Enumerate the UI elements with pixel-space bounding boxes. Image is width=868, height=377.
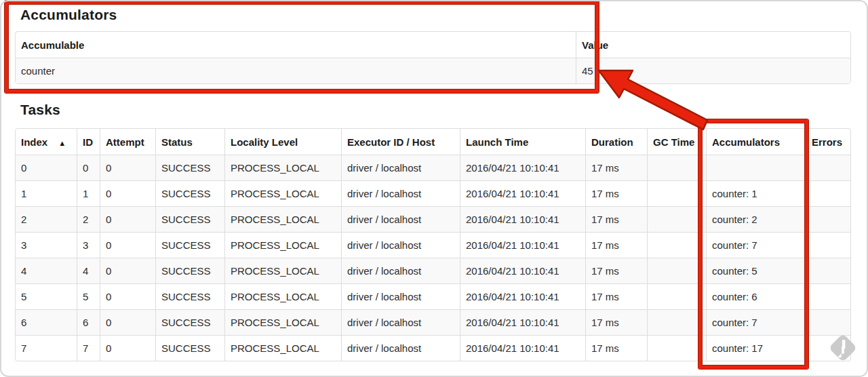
task-cell-errors <box>806 206 850 232</box>
column-header-accumulators[interactable]: Accumulators <box>706 129 806 155</box>
column-header-locality-level[interactable]: Locality Level <box>224 129 341 155</box>
task-cell-executor-id-host: driver / localhost <box>341 206 460 232</box>
task-cell-attempt: 0 <box>100 155 155 180</box>
accumulator-row: counter 45 <box>16 58 850 83</box>
task-cell-locality-level: PROCESS_LOCAL <box>224 335 341 361</box>
task-cell-status: SUCCESS <box>155 309 224 335</box>
task-cell-attempt: 0 <box>100 206 155 232</box>
task-cell-id: 7 <box>77 335 100 361</box>
task-cell-status: SUCCESS <box>155 155 224 180</box>
task-cell-executor-id-host: driver / localhost <box>341 232 460 258</box>
task-cell-errors <box>806 180 850 206</box>
sort-ascending-icon: ▲ <box>58 139 66 147</box>
task-cell-executor-id-host: driver / localhost <box>341 258 460 283</box>
task-cell-executor-id-host: driver / localhost <box>341 309 460 335</box>
task-cell-gc-time <box>647 309 706 335</box>
task-cell-attempt: 0 <box>100 309 155 335</box>
task-cell-accumulators: counter: 7 <box>706 309 806 335</box>
task-cell-accumulators: counter: 5 <box>706 258 806 283</box>
task-cell-launch-time: 2016/04/21 10:10:41 <box>460 232 585 258</box>
column-header-id[interactable]: ID <box>77 129 100 155</box>
task-cell-id: 5 <box>77 283 100 309</box>
task-cell-index: 2 <box>16 206 77 232</box>
accumulators-header-row: Accumulable Value <box>16 32 850 58</box>
task-cell-id: 3 <box>77 232 100 258</box>
task-cell-errors <box>806 258 850 283</box>
task-row: 440SUCCESSPROCESS_LOCALdriver / localhos… <box>16 258 850 283</box>
accumulators-table: Accumulable Value counter 45 <box>15 31 851 84</box>
task-cell-index: 7 <box>16 335 77 361</box>
task-cell-duration: 17 ms <box>585 206 647 232</box>
column-header-index[interactable]: Index▲ <box>16 129 77 155</box>
tasks-section-title: Tasks <box>20 102 60 118</box>
column-header-executor-id-host[interactable]: Executor ID / Host <box>341 129 460 155</box>
skitch-watermark-icon <box>826 331 860 365</box>
task-cell-launch-time: 2016/04/21 10:10:41 <box>460 206 585 232</box>
task-cell-launch-time: 2016/04/21 10:10:41 <box>460 155 585 180</box>
spark-stage-page: Accumulators Accumulable Value counter 4… <box>0 0 868 377</box>
column-header-accumulable: Accumulable <box>16 32 576 58</box>
column-header-errors[interactable]: Errors <box>806 129 850 155</box>
task-cell-status: SUCCESS <box>155 335 224 361</box>
task-cell-duration: 17 ms <box>585 258 647 283</box>
column-header-value: Value <box>576 32 850 58</box>
task-cell-index: 1 <box>16 180 77 206</box>
task-cell-duration: 17 ms <box>585 335 647 361</box>
task-cell-duration: 17 ms <box>585 155 647 180</box>
task-cell-locality-level: PROCESS_LOCAL <box>224 180 341 206</box>
task-cell-locality-level: PROCESS_LOCAL <box>224 232 341 258</box>
task-cell-status: SUCCESS <box>155 232 224 258</box>
task-row: 110SUCCESSPROCESS_LOCALdriver / localhos… <box>16 180 850 206</box>
task-cell-locality-level: PROCESS_LOCAL <box>224 283 341 309</box>
task-cell-launch-time: 2016/04/21 10:10:41 <box>460 283 585 309</box>
task-cell-gc-time <box>647 258 706 283</box>
tasks-table-body: 000SUCCESSPROCESS_LOCALdriver / localhos… <box>16 155 850 361</box>
task-cell-attempt: 0 <box>100 335 155 361</box>
task-cell-status: SUCCESS <box>155 283 224 309</box>
task-cell-launch-time: 2016/04/21 10:10:41 <box>460 180 585 206</box>
task-row: 220SUCCESSPROCESS_LOCALdriver / localhos… <box>16 206 850 232</box>
task-cell-index: 4 <box>16 258 77 283</box>
task-cell-status: SUCCESS <box>155 258 224 283</box>
task-cell-attempt: 0 <box>100 232 155 258</box>
task-cell-id: 0 <box>77 155 100 180</box>
task-row: 330SUCCESSPROCESS_LOCALdriver / localhos… <box>16 232 850 258</box>
task-cell-id: 2 <box>77 206 100 232</box>
task-cell-errors <box>806 283 850 309</box>
task-cell-id: 6 <box>77 309 100 335</box>
task-cell-errors <box>806 232 850 258</box>
task-cell-index: 6 <box>16 309 77 335</box>
column-header-launch-time[interactable]: Launch Time <box>460 129 585 155</box>
task-cell-launch-time: 2016/04/21 10:10:41 <box>460 258 585 283</box>
task-cell-duration: 17 ms <box>585 232 647 258</box>
accumulators-section-title: Accumulators <box>20 7 117 23</box>
task-cell-id: 4 <box>77 258 100 283</box>
task-cell-accumulators <box>706 155 806 180</box>
task-cell-errors <box>806 155 850 180</box>
task-cell-attempt: 0 <box>100 258 155 283</box>
task-cell-id: 1 <box>77 180 100 206</box>
column-header-attempt[interactable]: Attempt <box>100 129 155 155</box>
task-cell-accumulators: counter: 2 <box>706 206 806 232</box>
task-cell-gc-time <box>647 283 706 309</box>
task-cell-locality-level: PROCESS_LOCAL <box>224 206 341 232</box>
task-cell-gc-time <box>647 206 706 232</box>
task-cell-gc-time <box>647 155 706 180</box>
task-cell-status: SUCCESS <box>155 180 224 206</box>
task-cell-duration: 17 ms <box>585 309 647 335</box>
accumulable-name-cell: counter <box>16 58 576 83</box>
task-cell-executor-id-host: driver / localhost <box>341 155 460 180</box>
column-header-gc-time[interactable]: GC Time <box>647 129 706 155</box>
task-row: 550SUCCESSPROCESS_LOCALdriver / localhos… <box>16 283 850 309</box>
task-cell-index: 3 <box>16 232 77 258</box>
task-row: 000SUCCESSPROCESS_LOCALdriver / localhos… <box>16 155 850 180</box>
column-header-duration[interactable]: Duration <box>585 129 647 155</box>
task-cell-locality-level: PROCESS_LOCAL <box>224 258 341 283</box>
task-cell-locality-level: PROCESS_LOCAL <box>224 309 341 335</box>
task-cell-gc-time <box>647 232 706 258</box>
task-cell-launch-time: 2016/04/21 10:10:41 <box>460 335 585 361</box>
task-cell-attempt: 0 <box>100 180 155 206</box>
column-header-status[interactable]: Status <box>155 129 224 155</box>
task-cell-duration: 17 ms <box>585 180 647 206</box>
task-row: 770SUCCESSPROCESS_LOCALdriver / localhos… <box>16 335 850 361</box>
